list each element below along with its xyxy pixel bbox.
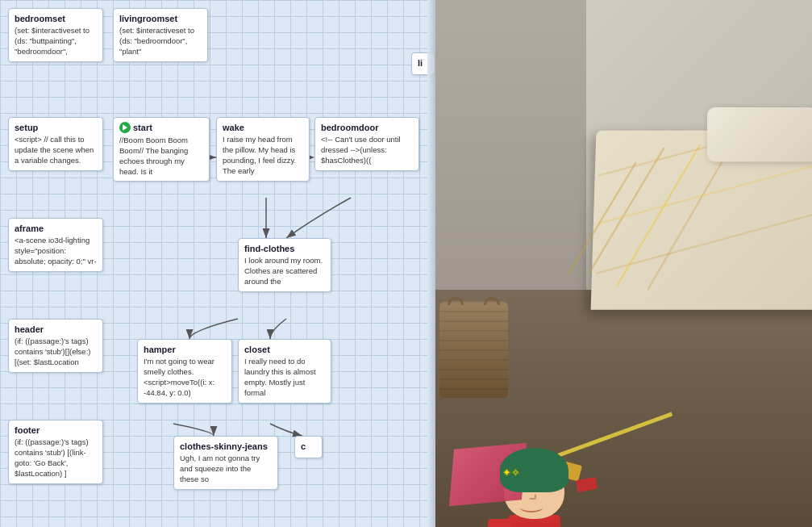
node-start[interactable]: start //Boom Boom Boom Boom// The bangin… [113,117,210,182]
node-livingroomset-title: livingroomset [119,13,202,24]
node-bedroomset[interactable]: bedroomset (set: $interactiveset to (ds:… [8,8,103,62]
node-closet-title: closet [244,344,325,355]
game-view: ✦✧ [435,0,812,527]
scene-basket [439,301,508,398]
node-clothes-skinny-jeans-title: clothes-skinny-jeans [180,441,272,452]
node-footer-content: (if: ((passage:)'s tags) contains 'stub'… [15,437,97,479]
node-bedroomdoor-title: bedroomdoor [321,122,413,133]
node-hamper[interactable]: hamper I'm not going to wear smelly clot… [137,339,232,404]
node-find-clothes-content: I look around my room. Clothes are scatt… [244,256,325,287]
node-bedroomset-title: bedroomset [15,13,97,24]
bed-line-4 [648,141,735,290]
node-bedroomset-content: (set: $interactiveset to (ds: "buttpaint… [15,26,97,56]
bed-diag-3 [596,213,812,274]
node-setup[interactable]: setup <script> // call this to update th… [8,117,103,171]
node-find-clothes-title: find-clothes [244,243,325,254]
char-smile [520,503,543,512]
node-clothes-skinny-jeans-content: Ugh, I am not gonna try and squeeze into… [180,454,272,484]
node-livingroomset-content: (set: $interactiveset to (ds: "bedroomdo… [119,26,202,56]
node-editor[interactable]: bedroomset (set: $interactiveset to (ds:… [0,0,435,527]
start-play-icon [119,122,131,133]
node-livingroomset[interactable]: livingroomset (set: $interactiveset to (… [113,8,208,62]
node-find-clothes[interactable]: find-clothes I look around my room. Clot… [238,238,331,292]
node-li[interactable]: li [411,52,435,75]
panel-divider [427,0,435,527]
char-arm-right [488,519,504,527]
node-wake[interactable]: wake I raise my head from the pillow. My… [216,117,310,182]
node-footer-title: footer [15,425,97,436]
node-aframe[interactable]: aframe <a-scene io3d-lighting style="pos… [8,218,103,272]
node-aframe-content: <a-scene io3d-lighting style="position: … [15,236,97,266]
node-wake-content: I raise my head from the pillow. My head… [223,135,303,176]
node-header-title: header [15,324,97,335]
node-setup-content: <script> // call this to update the scen… [15,135,97,165]
node-start-title: start [119,122,203,134]
node-hamper-content: I'm not going to wear smelly clothes. <s… [144,357,226,398]
node-clothes-skinny-jeans[interactable]: clothes-skinny-jeans Ugh, I am not gonna… [173,436,278,490]
node-setup-title: setup [15,122,97,133]
node-hamper-title: hamper [144,344,226,355]
scene-bed [574,85,812,310]
node-header[interactable]: header (if: ((passage:)'s tags) contains… [8,319,103,373]
node-bedroomdoor-content: <!-- Can't use door until dressed -->(un… [321,135,413,165]
node-header-content: (if: ((passage:)'s tags) contains 'stub'… [15,337,97,367]
node-aframe-title: aframe [15,223,97,234]
node-c-partial-title: c [301,441,316,452]
scene-pillow [707,107,812,162]
node-wake-title: wake [223,122,303,133]
char-nose [530,495,536,500]
node-c-partial[interactable]: c [294,436,323,458]
node-bedroomdoor[interactable]: bedroomdoor <!-- Can't use door until dr… [314,117,419,171]
node-start-content: //Boom Boom Boom Boom// The banging echo… [119,136,203,177]
char-sparkles: ✦✧ [502,466,520,479]
node-li-title: li [418,57,429,69]
node-closet[interactable]: closet I really need to do laundry this … [238,339,331,404]
node-footer[interactable]: footer (if: ((passage:)'s tags) contains… [8,420,103,484]
node-closet-content: I really need to do laundry this is almo… [244,357,325,398]
